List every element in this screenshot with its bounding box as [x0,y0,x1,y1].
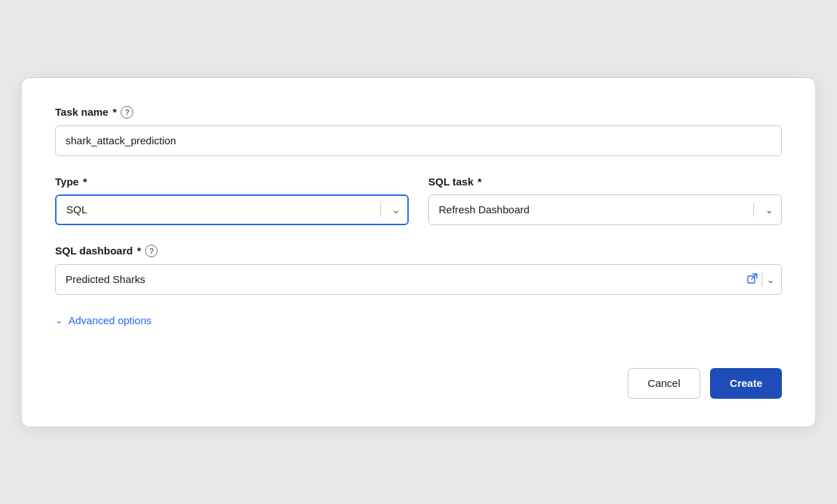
create-task-dialog: Task name * ? Type * SQL Python Shell ⌄ [21,77,816,427]
advanced-options-toggle[interactable]: ⌄ Advanced options [55,314,782,326]
type-select[interactable]: SQL Python Shell [55,194,409,225]
task-name-label: Task name * ? [55,106,782,119]
task-name-required: * [112,106,116,118]
sql-dashboard-label-text: SQL dashboard [55,245,133,257]
task-name-group: Task name * ? [55,106,782,156]
sql-dashboard-help-icon[interactable]: ? [145,245,158,257]
task-name-label-text: Task name [55,106,108,118]
task-name-help-icon[interactable]: ? [121,106,133,119]
sql-dashboard-group: SQL dashboard * ? Predicted Sharks ⌄ [55,245,782,295]
sql-dashboard-required: * [137,245,141,257]
advanced-chevron-icon: ⌄ [55,315,63,326]
type-sqltask-row: Type * SQL Python Shell ⌄ SQL task * [55,176,782,225]
sql-dashboard-label: SQL dashboard * ? [55,245,782,257]
sql-task-group: SQL task * Refresh Dashboard ⌄ [428,176,782,225]
type-select-wrapper: SQL Python Shell ⌄ [55,194,409,225]
type-required: * [83,176,87,188]
footer-buttons: Cancel Create [55,368,782,399]
sql-dashboard-select-wrapper: Predicted Sharks ⌄ [55,264,782,295]
sql-task-required: * [478,176,482,188]
create-button[interactable]: Create [710,368,782,399]
cancel-button[interactable]: Cancel [628,368,701,399]
task-name-input[interactable] [55,125,782,156]
sql-dashboard-select[interactable]: Predicted Sharks [55,264,782,295]
advanced-options-label: Advanced options [68,314,151,326]
type-label-text: Type [55,176,79,188]
sql-task-label: SQL task * [428,176,782,188]
sql-task-select-wrapper: Refresh Dashboard ⌄ [428,194,782,225]
sql-task-label-text: SQL task [428,176,474,188]
type-group: Type * SQL Python Shell ⌄ [55,176,409,225]
sql-task-select[interactable]: Refresh Dashboard [428,194,782,225]
type-label: Type * [55,176,409,188]
